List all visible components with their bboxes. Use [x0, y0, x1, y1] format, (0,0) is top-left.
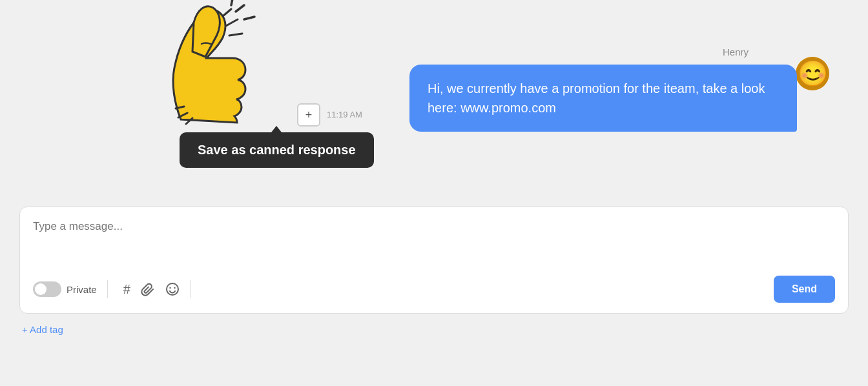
svg-point-10 — [169, 287, 170, 289]
attachment-icon[interactable] — [136, 279, 160, 299]
svg-line-0 — [236, 5, 244, 12]
private-toggle-wrapper: Private — [33, 281, 97, 297]
svg-line-4 — [229, 34, 242, 36]
hashtag-icon[interactable]: # — [118, 279, 136, 300]
toolbar-divider-1 — [107, 280, 108, 298]
canned-response-tooltip[interactable]: Save as canned response — [180, 132, 374, 168]
toolbar-divider-2 — [190, 280, 191, 298]
avatar-image — [796, 57, 829, 90]
plus-icon: + — [305, 108, 313, 122]
svg-line-1 — [244, 17, 254, 19]
avatar — [796, 57, 829, 90]
toolbar-left: Private # — [33, 279, 196, 300]
svg-point-11 — [174, 287, 175, 289]
plus-button[interactable]: + — [297, 103, 320, 127]
private-toggle[interactable] — [33, 281, 61, 297]
emoji-icon[interactable] — [160, 279, 185, 299]
message-input[interactable] — [33, 220, 835, 265]
message-input-area: Private # — [19, 207, 849, 314]
add-tag-button[interactable]: + Add tag — [22, 324, 849, 335]
input-toolbar: Private # — [33, 276, 835, 303]
svg-line-5 — [223, 9, 231, 16]
svg-line-3 — [226, 19, 238, 26]
message-timestamp: 11:19 AM — [327, 110, 362, 119]
hand-illustration — [136, 0, 278, 132]
message-bubble: Hi, we currently have a promotion for th… — [409, 65, 797, 132]
sender-name: Henry — [723, 46, 749, 57]
private-label: Private — [67, 284, 97, 295]
messages-area: + 11:19 AM Save as canned response Henry… — [19, 13, 849, 194]
svg-line-2 — [231, 0, 232, 5]
send-button[interactable]: Send — [774, 276, 835, 303]
chat-container: + 11:19 AM Save as canned response Henry… — [0, 0, 868, 386]
